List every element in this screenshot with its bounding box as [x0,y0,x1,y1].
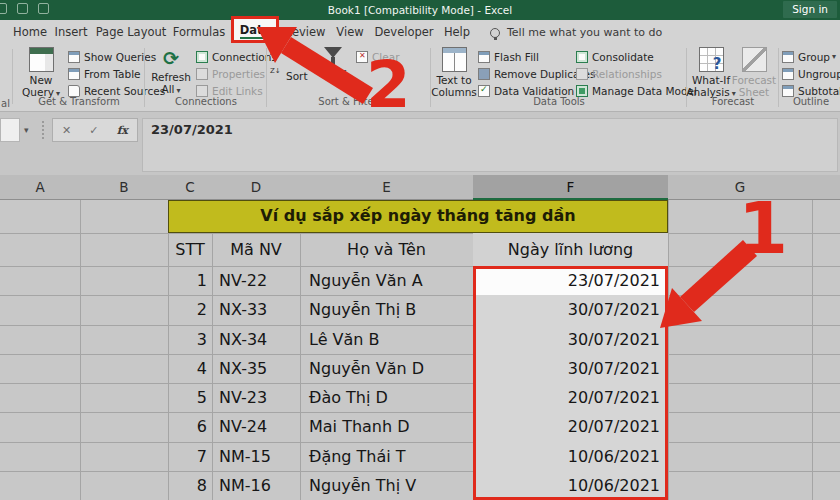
flash-fill-icon [478,51,490,63]
relationships-button[interactable]: Relationships [576,65,662,82]
cell[interactable]: 4 [168,354,212,383]
from-table-button[interactable]: From Table [68,65,141,82]
cell[interactable]: 7 [168,442,212,471]
name-box[interactable] [0,118,20,142]
cell[interactable]: Nguyễn Thị B [300,295,473,324]
table-title-cell[interactable]: Ví dụ sắp xếp ngày tháng tăng dần [168,200,668,233]
tab-developer[interactable]: Developer [372,20,436,45]
cell[interactable]: Nguyễn Thị V [300,471,473,500]
sign-in-button[interactable]: Sign in [783,1,837,18]
worksheet-grid[interactable]: A B C D E F G Ví dụ sắp xếp ngày tháng t… [0,175,840,500]
cell[interactable]: 8 [168,471,212,500]
cell[interactable]: 10/06/2021 [473,442,668,471]
group-get-transform: New Query▾ Show Queries From Table Recen… [16,45,142,112]
tab-formulas[interactable]: Formulas [170,20,228,45]
header-cell-stt[interactable]: STT [168,233,212,266]
formula-bar-resize-handle[interactable] [42,121,44,139]
gridline [668,175,669,500]
filter-funnel-icon [324,47,342,58]
cell[interactable]: 6 [168,412,212,441]
column-header-f-selected[interactable]: F [473,175,668,200]
column-header-e[interactable]: E [300,175,473,200]
group-separator [12,49,13,104]
cell[interactable]: 3 [168,325,212,354]
cell[interactable]: 10/06/2021 [473,471,668,500]
name-box-dropdown-icon[interactable]: ▾ [24,125,29,135]
refresh-all-button[interactable]: ⟳ Refresh All▾ [148,47,194,95]
cancel-icon[interactable]: ✕ [62,124,71,137]
text-to-columns-icon [442,47,467,72]
new-query-button[interactable]: New Query▾ [18,47,64,98]
cell[interactable]: 30/07/2021 [473,354,668,383]
enter-icon[interactable]: ✓ [89,124,98,137]
cell[interactable]: Nguyễn Văn D [300,354,473,383]
cell[interactable]: Đào Thị D [300,383,473,412]
dropdown-arrow-icon: ▾ [832,52,836,61]
group-outline: Group▾ Ungroup Subtotal Outline [782,45,840,112]
sort-az-button[interactable] [270,49,283,64]
cell[interactable]: NM-15 [212,442,300,471]
consolidate-button[interactable]: Consolidate [576,48,654,65]
relationships-icon [576,68,588,80]
group-button[interactable]: Group▾ [782,48,836,65]
cell[interactable]: 5 [168,383,212,412]
cell[interactable]: Đặng Thái T [300,442,473,471]
tab-page-layout[interactable]: Page Layout [94,20,168,45]
gridline [812,175,813,500]
sort-button[interactable]: Sort [286,67,308,84]
column-header-a[interactable]: A [0,175,80,200]
connections-button[interactable]: Connections [196,48,277,65]
show-queries-button[interactable]: Show Queries [68,48,156,65]
tab-insert[interactable]: Insert [50,20,92,45]
group-data-tools: Text to Columns Flash Fill Remove Duplic… [434,45,684,112]
header-cell-manv[interactable]: Mã NV [212,233,300,266]
header-cell-hovaten[interactable]: Họ và Tên [300,233,473,266]
filter-button[interactable]: Filter [316,47,350,78]
tab-help[interactable]: Help [438,20,476,45]
cell[interactable]: NX-34 [212,325,300,354]
formula-input[interactable]: 23/07/2021 [142,118,838,172]
tell-me-box[interactable]: Tell me what you want to do [490,20,662,45]
cell[interactable]: Nguyễn Văn A [300,266,473,295]
ungroup-button[interactable]: Ungroup [782,65,840,82]
forecast-sheet-button[interactable]: Forecast Sheet [734,47,774,98]
cell[interactable]: 2 [168,295,212,324]
active-cell[interactable]: 23/07/2021 [473,266,668,295]
cell[interactable]: 30/07/2021 [473,295,668,324]
tab-review[interactable]: Review [281,20,329,45]
cell[interactable]: NX-35 [212,354,300,383]
sort-za-icon [270,68,283,81]
cell[interactable]: NM-16 [212,471,300,500]
column-header-c[interactable]: C [168,175,212,200]
cell[interactable]: NV-23 [212,383,300,412]
column-header-d[interactable]: D [212,175,300,200]
insert-function-icon[interactable]: fx [117,124,128,137]
what-if-analysis-button[interactable]: What-If Analysis▾ [690,47,732,98]
recent-sources-icon [68,85,80,97]
cell[interactable]: 20/07/2021 [473,412,668,441]
group-forecast: What-If Analysis▾ Forecast Sheet Forecas… [690,45,776,112]
header-cell-ngaylinhluong[interactable]: Ngày lĩnh lương [473,233,668,266]
sort-za-button[interactable] [270,67,283,82]
tab-view[interactable]: View [330,20,370,45]
cell[interactable]: 30/07/2021 [473,325,668,354]
formula-bar-buttons: ✕ ✓ fx [52,118,138,142]
text-to-columns-button[interactable]: Text to Columns [434,47,474,98]
tab-data[interactable]: Data [231,16,279,43]
cell[interactable]: NV-24 [212,412,300,441]
cell[interactable]: 1 [168,266,212,295]
group-label: Get & Transform [16,96,142,107]
show-queries-icon [68,51,80,63]
column-stt-cells: 1 2 3 4 5 6 7 8 [168,266,212,500]
flash-fill-button[interactable]: Flash Fill [478,48,539,65]
cell[interactable]: Mai Thanh D [300,412,473,441]
cell[interactable]: NX-33 [212,295,300,324]
tab-home[interactable]: Home [10,20,50,45]
forecast-sheet-icon [742,47,767,72]
properties-button[interactable]: Properties [196,65,265,82]
column-header-b[interactable]: B [80,175,168,200]
new-query-icon [29,47,54,72]
cell[interactable]: Lê Văn B [300,325,473,354]
cell[interactable]: 20/07/2021 [473,383,668,412]
cell[interactable]: NV-22 [212,266,300,295]
